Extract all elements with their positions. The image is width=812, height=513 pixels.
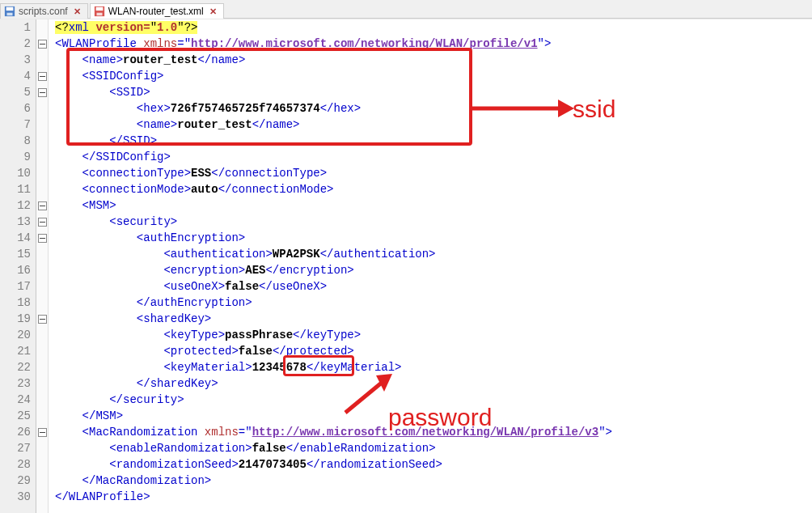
fold-toggle-icon[interactable] [38,72,47,81]
line-number: 9 [0,149,36,165]
code-line: <encryption>AES</encryption> [55,262,812,278]
line-number: 7 [0,117,36,133]
fold-cell[interactable] [36,68,48,84]
svg-rect-4 [95,7,103,11]
code-line: <MacRandomization xmlns="http://www.micr… [55,424,812,440]
line-number: 10 [0,165,36,181]
fold-cell[interactable] [36,230,48,246]
code-line: </WLANProfile> [55,489,812,505]
fold-cell [36,375,48,392]
svg-rect-5 [96,13,102,16]
fold-cell [36,100,48,117]
code-line: <SSIDConfig> [55,68,812,84]
code-line: </sharedKey> [55,375,812,392]
tab-wlan-router-test[interactable]: WLAN-router_test.xml ✕ [90,3,224,19]
svg-rect-2 [7,13,13,16]
code-line: </security> [55,392,812,408]
fold-cell[interactable] [36,84,48,100]
fold-toggle-icon[interactable] [38,234,47,243]
code-line: </authEncryption> [55,295,812,311]
code-line: <keyMaterial>12345678</keyMaterial> [55,359,812,375]
close-icon[interactable]: ✕ [73,6,82,16]
code-line: </MSM> [55,408,812,424]
close-icon[interactable]: ✕ [209,6,218,16]
code-editor[interactable]: 1234567891011121314151617181920212223242… [0,19,812,513]
fold-cell [36,19,48,36]
code-line: <WLANProfile xmlns="http://www.microsoft… [55,36,812,52]
fold-cell[interactable] [36,214,48,230]
fold-cell [36,440,48,456]
fold-cell [36,392,48,408]
fold-cell [36,473,48,489]
fold-cell [36,133,48,149]
fold-toggle-icon[interactable] [38,218,47,227]
line-number: 8 [0,133,36,149]
fold-toggle-icon[interactable] [38,201,47,210]
disk-icon [4,6,15,17]
fold-cell [36,165,48,181]
fold-cell [36,278,48,295]
fold-cell [36,52,48,68]
code-line: <connectionType>ESS</connectionType> [55,165,812,181]
fold-cell [36,359,48,375]
fold-cell [36,408,48,424]
line-number: 2 [0,36,36,52]
fold-cell [36,149,48,165]
line-number: 15 [0,246,36,262]
line-number: 20 [0,327,36,343]
fold-cell[interactable] [36,36,48,52]
line-number-gutter: 1234567891011121314151617181920212223242… [0,19,36,513]
code-line: <keyType>passPhrase</keyType> [55,327,812,343]
code-line: <name>router_test</name> [55,117,812,133]
code-line: <hex>726f757465725f74657374</hex> [55,100,812,117]
code-line: </SSIDConfig> [55,149,812,165]
fold-cell [36,343,48,359]
code-line: <authEncryption> [55,230,812,246]
fold-toggle-icon[interactable] [38,428,47,437]
line-number: 24 [0,392,36,408]
code-line: <MSM> [55,197,812,214]
fold-cell [36,246,48,262]
line-number: 5 [0,84,36,100]
fold-cell [36,117,48,133]
line-number: 22 [0,359,36,375]
line-number: 28 [0,456,36,473]
code-line: <authentication>WPA2PSK</authentication> [55,246,812,262]
code-line: <name>router_test</name> [55,52,812,68]
fold-column[interactable] [36,19,49,513]
code-line: <security> [55,214,812,230]
disk-icon [94,6,105,17]
code-line: <enableRandomization>false</enableRandom… [55,440,812,456]
fold-cell [36,489,48,505]
fold-cell [36,262,48,278]
fold-toggle-icon[interactable] [38,88,47,97]
line-number: 19 [0,311,36,327]
line-number: 25 [0,408,36,424]
line-number: 18 [0,295,36,311]
tab-scripts-conf[interactable]: scripts.conf ✕ [0,3,88,19]
code-area[interactable]: <?xml version="1.0"?> <WLANProfile xmlns… [49,19,812,513]
line-number: 29 [0,473,36,489]
fold-toggle-icon[interactable] [38,40,47,49]
line-number: 1 [0,19,36,36]
line-number: 13 [0,214,36,230]
fold-cell[interactable] [36,311,48,327]
line-number: 14 [0,230,36,246]
fold-cell [36,456,48,473]
line-number: 17 [0,278,36,295]
fold-cell[interactable] [36,424,48,440]
code-line: </SSID> [55,133,812,149]
code-line: <SSID> [55,84,812,100]
fold-cell [36,181,48,197]
tab-label: WLAN-router_test.xml [108,6,204,17]
line-number: 11 [0,181,36,197]
fold-cell [36,295,48,311]
code-line: <connectionMode>auto</connectionMode> [55,181,812,197]
code-line: <randomizationSeed>2147073405</randomiza… [55,456,812,473]
fold-cell[interactable] [36,197,48,214]
code-line: <protected>false</protected> [55,343,812,359]
line-number: 4 [0,68,36,84]
line-number: 27 [0,440,36,456]
fold-toggle-icon[interactable] [38,315,47,324]
code-line: </MacRandomization> [55,473,812,489]
